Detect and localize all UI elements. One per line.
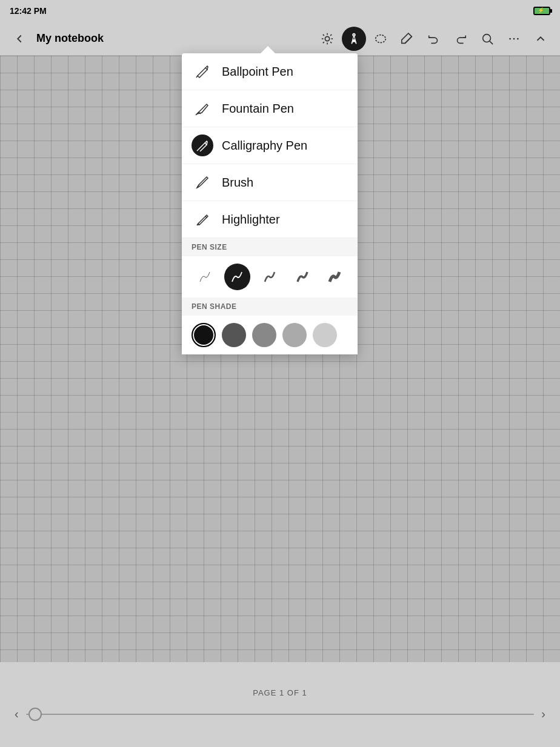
fountain-pen-item[interactable]: Fountain Pen [182,90,358,127]
highlighter-icon [192,208,213,230]
redo-button[interactable] [448,27,473,51]
shade-medium-gray[interactable] [252,323,276,347]
svg-point-14 [509,38,511,39]
pen-size-md[interactable] [256,264,283,290]
pen-size-xs[interactable] [192,264,218,290]
back-button[interactable] [7,27,32,51]
next-page-button[interactable]: › [541,707,545,721]
brush-label: Brush [222,176,253,190]
pen-shade-header: PEN SHADE [182,297,358,316]
slider-thumb[interactable] [28,708,42,721]
ballpoint-pen-item[interactable]: Ballpoint Pen [182,53,358,90]
pen-shade-row [182,316,358,354]
pen-size-lg[interactable] [289,264,316,290]
status-bar: 12:42 PM [0,0,560,22]
pen-size-xl[interactable] [321,264,348,290]
svg-point-16 [517,38,519,39]
calligraphy-pen-item[interactable]: Calligraphy Pen [182,127,358,164]
undo-button[interactable] [422,27,446,51]
svg-line-3 [323,34,324,35]
highlighter-item[interactable]: Highlighter [182,201,358,238]
svg-line-19 [197,150,198,151]
ballpoint-pen-label: Ballpoint Pen [222,65,293,79]
pen-size-sm[interactable] [224,264,251,290]
svg-line-13 [490,41,493,44]
page-nav: ‹ › [0,707,560,721]
pen-type-dropdown: Ballpoint Pen Fountain Pen Calligraphy P… [182,53,358,354]
brush-item[interactable]: Brush [182,164,358,201]
bottom-bar: PAGE 1 OF 1 ‹ › [0,662,560,747]
notebook-title: My notebook [36,32,104,45]
fountain-pen-icon [192,98,213,119]
svg-line-8 [330,34,332,35]
status-icons [533,7,550,15]
pen-size-header: PEN SIZE [182,238,358,256]
svg-point-12 [483,34,491,42]
svg-line-4 [330,42,332,43]
status-time: 12:42 PM [10,6,47,16]
pen-size-row [182,256,358,297]
shade-light-gray[interactable] [282,323,307,347]
dropdown-arrow [261,46,275,53]
svg-line-11 [405,36,412,43]
svg-line-17 [196,76,198,78]
toolbar-right [315,27,553,51]
toolbar: My notebook [0,22,560,56]
collapse-button[interactable] [528,27,553,51]
shade-very-light-gray[interactable] [313,323,337,347]
prev-page-button[interactable]: ‹ [15,707,19,721]
brightness-button[interactable] [315,27,339,51]
brush-icon [192,171,213,193]
pen-tool-button[interactable] [342,27,366,51]
svg-line-7 [323,42,324,43]
svg-line-18 [196,114,197,115]
fountain-pen-label: Fountain Pen [222,102,294,116]
page-indicator: PAGE 1 OF 1 [253,688,307,697]
shade-black[interactable] [192,323,216,347]
highlighter-label: Highlighter [222,213,280,227]
battery-icon [533,7,550,15]
calligraphy-pen-label: Calligraphy Pen [222,139,307,153]
eraser-button[interactable] [395,27,419,51]
ballpoint-pen-icon [192,61,213,82]
shade-dark-gray[interactable] [222,323,246,347]
svg-point-15 [513,38,515,39]
more-button[interactable] [502,27,526,51]
page-slider[interactable] [26,714,535,715]
svg-point-9 [376,35,386,42]
svg-point-0 [325,36,329,41]
calligraphy-pen-icon [192,134,213,156]
search-button[interactable] [475,27,499,51]
lasso-button[interactable] [368,27,393,51]
